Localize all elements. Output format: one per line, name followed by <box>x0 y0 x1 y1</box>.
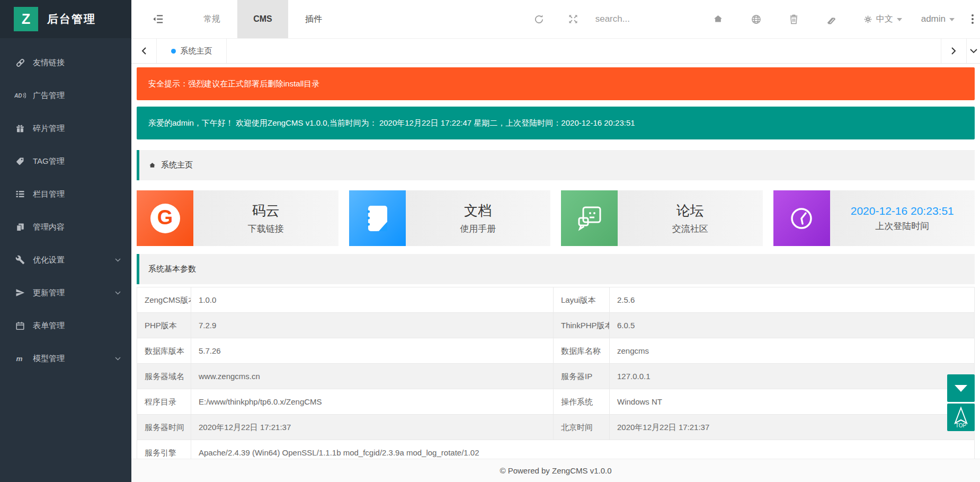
user-menu[interactable]: admin <box>921 14 955 24</box>
tab-plugins[interactable]: 插件 <box>288 0 339 38</box>
sidebar-item-fragment-manage[interactable]: 碎片管理 <box>0 112 131 145</box>
tab-system-home[interactable]: 系统主页 <box>157 39 227 63</box>
more-menu-icon[interactable] <box>969 12 976 26</box>
table-row: 服务器域名 www.zengcms.cn 服务器IP 127.0.0.1 <box>137 364 974 389</box>
fullscreen-icon[interactable] <box>568 14 578 24</box>
top-label: TOP <box>956 423 967 428</box>
header-module-tabs: 常规 CMS 插件 <box>186 0 339 38</box>
sidebar-item-ad-manage[interactable]: AD 广告管理 <box>0 79 131 112</box>
content-area: 安全提示：强烈建议在正式部署后删除install目录 亲爱的admin，下午好！… <box>131 64 980 459</box>
param-value: Windows NT <box>610 389 974 415</box>
footer-text: © Powered by ZengCMS v1.0.0 <box>500 466 611 475</box>
svg-text:AD: AD <box>14 93 22 99</box>
param-value: 7.2.9 <box>191 313 554 338</box>
param-value: 127.0.0.1 <box>610 364 974 389</box>
params-panel-title: 系统基本参数 <box>148 264 196 274</box>
sidebar-item-model-manage[interactable]: m 模型管理 <box>0 342 131 375</box>
active-tab-dot <box>171 49 176 54</box>
tab-general[interactable]: 常规 <box>186 0 237 38</box>
welcome-alert: 亲爱的admin，下午好！ 欢迎使用ZengCMS v1.0.0,当前时间为： … <box>137 107 975 139</box>
chevron-down-icon <box>115 258 121 262</box>
param-label: 数据库名称 <box>554 338 610 364</box>
param-value: zengcms <box>610 338 974 364</box>
home-panel-header: 系统主页 <box>137 150 975 180</box>
search-input[interactable] <box>595 14 704 24</box>
card-subtitle: 使用手册 <box>460 223 496 235</box>
tabbar-spacer <box>227 39 941 63</box>
sidebar-item-column-manage[interactable]: 栏目管理 <box>0 178 131 211</box>
language-label: 中文 <box>876 14 893 25</box>
tag-icon <box>14 156 26 166</box>
svg-text:m: m <box>16 355 23 363</box>
table-row: ZengCMS版本 1.0.0 Layui版本 2.5.6 <box>137 287 974 313</box>
card-title: 2020-12-16 20:23:51 <box>851 205 954 217</box>
welcome-alert-text: 亲爱的admin，下午好！ 欢迎使用ZengCMS v1.0.0,当前时间为： … <box>148 118 635 128</box>
security-alert: 安全提示：强烈建议在正式部署后删除install目录 <box>137 67 975 100</box>
refresh-icon[interactable] <box>533 14 545 25</box>
table-row: 程序目录 E:/www/thinkphp/tp6.0.x/ZengCMS 操作系… <box>137 389 974 415</box>
calendar-icon <box>14 321 26 331</box>
header: 常规 CMS 插件 <box>131 0 980 38</box>
param-label: ThinkPHP版本 <box>554 313 610 338</box>
comments-icon <box>561 190 618 246</box>
main-area: 常规 CMS 插件 <box>131 0 980 482</box>
card-body: 论坛 交流社区 <box>618 190 763 246</box>
home-icon[interactable] <box>712 14 724 24</box>
sidebar-item-update-manage[interactable]: 更新管理 <box>0 276 131 309</box>
globe-icon[interactable] <box>751 14 762 25</box>
card-subtitle: 交流社区 <box>672 223 708 235</box>
sidebar-item-label: 模型管理 <box>33 354 65 364</box>
param-label: PHP版本 <box>137 313 191 338</box>
card-forum[interactable]: 论坛 交流社区 <box>561 190 763 246</box>
logo[interactable]: Z 后台管理 <box>0 0 131 38</box>
param-value: 2020年12月22日 17:21:37 <box>610 415 974 440</box>
chevron-down-icon <box>115 291 121 295</box>
card-body: 2020-12-16 20:23:51 上次登陆时间 <box>830 190 975 246</box>
sidebar-item-label: 优化设置 <box>33 255 65 265</box>
send-icon <box>14 288 26 297</box>
table-row: 服务引擎 Apache/2.4.39 (Win64) OpenSSL/1.1.1… <box>137 440 974 459</box>
back-to-top-button[interactable]: TOP <box>947 404 975 431</box>
sidebar: Z 后台管理 友情链接 AD 广告管理 碎片管理 <box>0 0 131 482</box>
sidebar-item-label: 碎片管理 <box>33 124 65 134</box>
sidebar-item-content-manage[interactable]: 管理内容 <box>0 211 131 243</box>
link-icon <box>14 58 26 68</box>
card-subtitle: 下载链接 <box>248 223 284 235</box>
card-subtitle: 上次登陆时间 <box>875 220 929 232</box>
sidebar-item-label: 友情链接 <box>33 58 65 68</box>
tab-list-dropdown-button[interactable] <box>966 39 980 63</box>
sidebar-item-friend-links[interactable]: 友情链接 <box>0 46 131 79</box>
table-row: PHP版本 7.2.9 ThinkPHP版本 6.0.5 <box>137 313 974 338</box>
trash-icon[interactable] <box>789 14 799 25</box>
language-select[interactable]: 中文 <box>863 14 902 25</box>
ad-icon: AD <box>14 91 26 100</box>
sidebar-item-label: 更新管理 <box>33 288 65 298</box>
chevron-down-icon <box>115 357 121 361</box>
app-window: Z 后台管理 友情链接 AD 广告管理 碎片管理 <box>0 0 980 482</box>
notebook-icon <box>349 190 406 246</box>
clock-icon <box>773 190 830 246</box>
param-label: 北京时间 <box>554 415 610 440</box>
sidebar-item-optimize-settings[interactable]: 优化设置 <box>0 243 131 276</box>
card-title: 码云 <box>252 201 280 220</box>
sidebar-item-form-manage[interactable]: 表单管理 <box>0 309 131 342</box>
param-label: 数据库版本 <box>137 338 191 364</box>
sidebar-item-label: 栏目管理 <box>33 189 65 199</box>
eraser-icon[interactable] <box>826 14 837 24</box>
card-gitee[interactable]: G 码云 下载链接 <box>137 190 338 246</box>
sidebar-item-tag-manage[interactable]: TAG管理 <box>0 145 131 178</box>
menu-fold-icon[interactable] <box>152 13 164 25</box>
home-panel-title: 系统主页 <box>161 160 193 170</box>
card-last-login[interactable]: 2020-12-16 20:23:51 上次登陆时间 <box>773 190 975 246</box>
collapse-down-button[interactable] <box>947 374 975 402</box>
tab-cms[interactable]: CMS <box>237 0 288 38</box>
card-docs[interactable]: 文档 使用手册 <box>349 190 551 246</box>
list-icon <box>14 190 26 198</box>
floating-buttons: TOP <box>947 374 975 431</box>
username-label: admin <box>921 14 946 24</box>
tab-scroll-right-button[interactable] <box>941 39 966 63</box>
param-label: 服务引擎 <box>137 440 191 459</box>
card-title: 文档 <box>464 201 492 220</box>
tab-scroll-left-button[interactable] <box>131 39 157 63</box>
param-label: 服务器IP <box>554 364 610 389</box>
